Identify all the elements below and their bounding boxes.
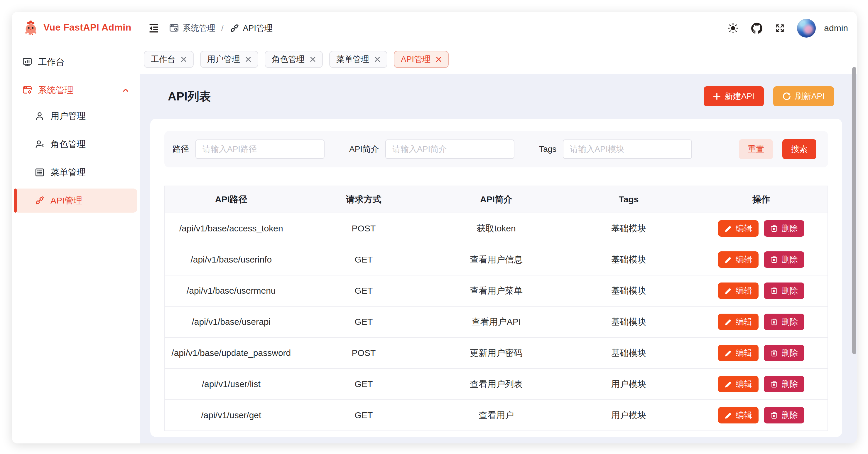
table-row: /api/v1/user/getGET查看用户用户模块编辑删除 bbox=[165, 400, 828, 431]
username[interactable]: admin bbox=[824, 23, 848, 33]
theme-toggle-icon[interactable] bbox=[728, 23, 738, 33]
edit-button[interactable]: 编辑 bbox=[718, 376, 758, 392]
tab-角色管理[interactable]: 角色管理 bbox=[265, 51, 323, 68]
cell-method: GET bbox=[298, 286, 430, 296]
delete-button[interactable]: 删除 bbox=[764, 376, 804, 392]
path-input[interactable] bbox=[195, 140, 324, 159]
table-row: /api/v1/base/userinfoGET查看用户信息基础模块编辑删除 bbox=[165, 244, 828, 276]
trash-icon bbox=[770, 412, 778, 419]
column-header: 操作 bbox=[695, 194, 828, 205]
sidebar-item-workbench[interactable]: 工作台 bbox=[14, 50, 137, 74]
system-icon bbox=[22, 85, 32, 95]
cell-method: GET bbox=[298, 379, 430, 389]
edit-button[interactable]: 编辑 bbox=[718, 345, 758, 361]
app-title: Vue FastAPI Admin bbox=[43, 22, 131, 33]
sidebar: Vue FastAPI Admin 工作台系统管理用户管理角色管理菜单管理API… bbox=[12, 12, 140, 444]
tab-bar: 工作台用户管理角色管理菜单管理API管理 bbox=[140, 45, 857, 74]
reset-button[interactable]: 重置 bbox=[739, 139, 773, 159]
filter-label-summary: API简介 bbox=[349, 144, 379, 155]
sidebar-item-api[interactable]: API管理 bbox=[14, 189, 137, 212]
close-tab-icon[interactable] bbox=[181, 56, 187, 62]
sidebar-item-system[interactable]: 系统管理 bbox=[14, 78, 137, 102]
delete-button[interactable]: 删除 bbox=[764, 220, 804, 237]
close-tab-icon[interactable] bbox=[436, 56, 442, 62]
sidebar-item-menu[interactable]: 菜单管理 bbox=[14, 160, 137, 185]
delete-button[interactable]: 删除 bbox=[764, 407, 804, 423]
trash-icon bbox=[770, 349, 778, 357]
cell-path: /api/v1/user/get bbox=[165, 410, 298, 420]
tab-用户管理[interactable]: 用户管理 bbox=[200, 51, 258, 68]
edit-button[interactable]: 编辑 bbox=[718, 407, 758, 423]
pencil-icon bbox=[724, 256, 732, 263]
edit-button[interactable]: 编辑 bbox=[718, 314, 758, 330]
summary-input[interactable] bbox=[385, 140, 515, 159]
cell-method: GET bbox=[298, 317, 430, 327]
breadcrumb: 系统管理 / API管理 bbox=[169, 23, 273, 34]
table-row: /api/v1/base/usermenuGET查看用户菜单基础模块编辑删除 bbox=[165, 276, 828, 307]
filter-label-path: 路径 bbox=[173, 144, 189, 155]
cell-tags: 用户模块 bbox=[562, 409, 695, 421]
table-row: /api/v1/user/listGET查看用户列表用户模块编辑删除 bbox=[165, 369, 828, 400]
github-icon[interactable] bbox=[751, 23, 762, 34]
refresh-api-button[interactable]: 刷新API bbox=[773, 86, 834, 106]
cell-summary: 查看用户信息 bbox=[430, 254, 562, 266]
table-row: /api/v1/base/userapiGET查看用户API基础模块编辑删除 bbox=[165, 307, 828, 338]
close-tab-icon[interactable] bbox=[374, 56, 380, 62]
table-header: API路径请求方式API简介Tags操作 bbox=[165, 186, 828, 213]
edit-button[interactable]: 编辑 bbox=[718, 251, 758, 268]
cell-path: /api/v1/base/userapi bbox=[165, 317, 298, 327]
user-icon bbox=[35, 111, 44, 121]
edit-button[interactable]: 编辑 bbox=[718, 283, 758, 299]
pencil-icon bbox=[724, 318, 732, 326]
scrollbar-thumb[interactable] bbox=[852, 67, 856, 354]
workbench-icon bbox=[22, 57, 32, 67]
pencil-icon bbox=[724, 225, 732, 232]
delete-button[interactable]: 删除 bbox=[764, 283, 804, 299]
fullscreen-icon[interactable] bbox=[775, 24, 785, 33]
tab-工作台[interactable]: 工作台 bbox=[144, 51, 194, 68]
delete-button[interactable]: 删除 bbox=[764, 251, 804, 268]
edit-button[interactable]: 编辑 bbox=[718, 220, 758, 237]
close-tab-icon[interactable] bbox=[310, 56, 316, 62]
cell-path: /api/v1/base/userinfo bbox=[165, 255, 298, 264]
sidebar-item-role[interactable]: 角色管理 bbox=[14, 132, 137, 156]
plus-icon bbox=[713, 92, 721, 100]
cell-path: /api/v1/base/usermenu bbox=[165, 286, 298, 296]
cell-summary: 查看用户列表 bbox=[430, 378, 562, 390]
cell-tags: 基础模块 bbox=[562, 223, 695, 235]
close-tab-icon[interactable] bbox=[245, 56, 251, 62]
cell-tags: 基础模块 bbox=[562, 254, 695, 266]
new-api-button[interactable]: 新建API bbox=[704, 86, 764, 106]
table-row: /api/v1/base/access_tokenPOST获取token基础模块… bbox=[165, 213, 828, 244]
column-header: API简介 bbox=[430, 194, 562, 205]
breadcrumb-system[interactable]: 系统管理 bbox=[169, 23, 215, 34]
logo[interactable]: Vue FastAPI Admin bbox=[12, 12, 140, 35]
tags-input[interactable] bbox=[563, 140, 692, 159]
cell-tags: 基础模块 bbox=[562, 347, 695, 359]
cell-method: POST bbox=[298, 348, 430, 358]
collapse-sidebar-icon[interactable] bbox=[149, 23, 159, 33]
page-title: API列表 bbox=[168, 88, 211, 105]
cell-tags: 基础模块 bbox=[562, 285, 695, 297]
delete-button[interactable]: 删除 bbox=[764, 314, 804, 330]
delete-button[interactable]: 删除 bbox=[764, 345, 804, 361]
cell-method: GET bbox=[298, 410, 430, 420]
sidebar-item-user[interactable]: 用户管理 bbox=[14, 104, 137, 128]
search-button[interactable]: 搜索 bbox=[782, 139, 816, 159]
tab-API管理[interactable]: API管理 bbox=[394, 51, 449, 68]
cell-path: /api/v1/user/list bbox=[165, 379, 298, 389]
cell-tags: 用户模块 bbox=[562, 378, 695, 390]
tab-菜单管理[interactable]: 菜单管理 bbox=[329, 51, 388, 68]
chevron-up-icon bbox=[122, 87, 129, 94]
cell-summary: 查看用户 bbox=[430, 409, 562, 421]
avatar[interactable] bbox=[797, 19, 816, 37]
breadcrumb-api[interactable]: API管理 bbox=[229, 23, 273, 34]
column-header: API路径 bbox=[165, 194, 298, 205]
cell-summary: 查看用户菜单 bbox=[430, 285, 562, 297]
trash-icon bbox=[770, 318, 778, 326]
breadcrumb-separator: / bbox=[221, 24, 224, 33]
api-table: API路径请求方式API简介Tags操作 /api/v1/base/access… bbox=[164, 186, 828, 431]
column-header: 请求方式 bbox=[298, 194, 430, 205]
pencil-icon bbox=[724, 380, 732, 388]
trash-icon bbox=[770, 380, 778, 388]
